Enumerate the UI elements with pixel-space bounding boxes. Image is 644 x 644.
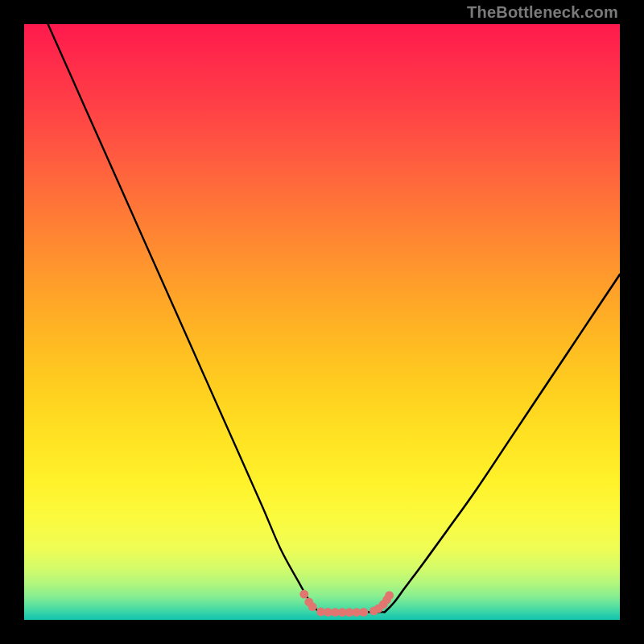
chart-svg <box>24 24 620 620</box>
marker-point <box>359 608 368 617</box>
marker-point <box>385 591 394 600</box>
marker-layer <box>299 590 394 617</box>
plot-area <box>24 24 620 620</box>
series-right-curve <box>385 275 620 613</box>
series-left-curve <box>48 24 320 612</box>
watermark-text: TheBottleneck.com <box>467 3 618 22</box>
chart-stage: TheBottleneck.com <box>0 0 644 644</box>
curve-layer <box>48 24 620 612</box>
marker-point <box>308 602 317 611</box>
marker-point <box>299 590 308 599</box>
